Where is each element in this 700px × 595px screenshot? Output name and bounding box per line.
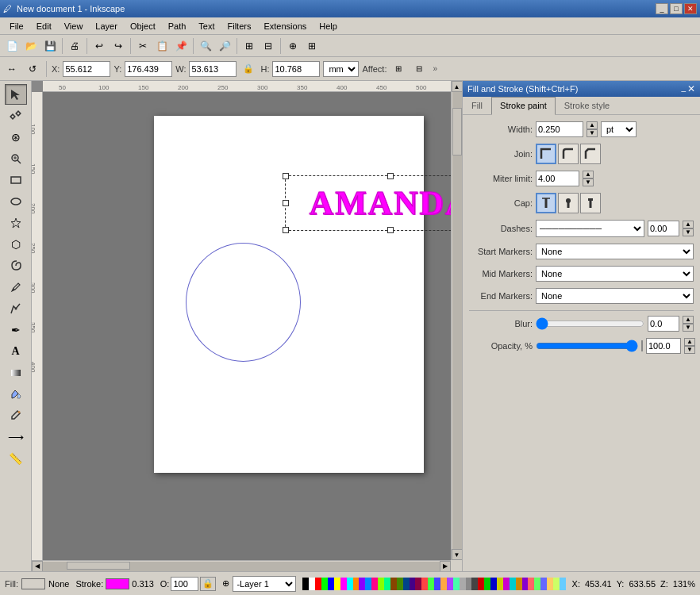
palette-color-swatch[interactable] (421, 578, 428, 590)
transform-select-btn[interactable]: ↔ (3, 60, 21, 78)
amanda-text-group[interactable]: AMANDA (285, 175, 451, 231)
zoom-out-button[interactable]: 🔎 (216, 37, 233, 55)
dash-spin-up[interactable]: ▲ (683, 221, 694, 228)
palette-color-swatch[interactable] (328, 578, 334, 590)
cap-square-btn[interactable] (580, 193, 601, 213)
calligraphy-tool-btn[interactable]: ✒ (5, 320, 27, 340)
palette-color-swatch[interactable] (522, 578, 529, 590)
maximize-button[interactable]: □ (670, 3, 683, 14)
y-input[interactable] (125, 61, 172, 77)
affect-btn-1[interactable]: ⊞ (390, 60, 407, 78)
miter-input[interactable] (536, 171, 579, 186)
print-button[interactable]: 🖨 (66, 37, 83, 55)
palette-color-swatch[interactable] (547, 578, 553, 590)
menu-file[interactable]: File (3, 20, 30, 33)
width-spin-up[interactable]: ▲ (587, 121, 598, 129)
palette-color-swatch[interactable] (497, 578, 503, 590)
palette-color-swatch[interactable] (503, 578, 510, 590)
palette-color-swatch[interactable] (540, 578, 547, 590)
menu-path[interactable]: Path (162, 20, 193, 33)
menu-text[interactable]: Text (192, 20, 221, 33)
palette-color-swatch[interactable] (384, 578, 390, 590)
miter-spin-up[interactable]: ▲ (583, 171, 594, 178)
dash-pattern-select[interactable]: ────────── - - - - - - · · · · · · -·-·-… (536, 220, 644, 237)
end-markers-select[interactable]: None Arrow Circle (536, 288, 694, 304)
palette-color-swatch[interactable] (440, 578, 447, 590)
panel-close-btn[interactable]: ✕ (687, 83, 695, 94)
scroll-left-button[interactable]: ◀ (32, 561, 43, 572)
palette-color-swatch[interactable] (390, 578, 397, 590)
palette-color-swatch[interactable] (403, 578, 410, 590)
palette-color-swatch[interactable] (447, 578, 453, 590)
menu-view[interactable]: View (58, 20, 90, 33)
zoom-tool-btn[interactable] (5, 148, 27, 169)
stroke-style-tab[interactable]: Stroke style (556, 97, 618, 114)
menu-extensions[interactable]: Extensions (257, 20, 313, 33)
zoom-in-button[interactable]: 🔍 (197, 37, 214, 55)
spiral-tool-btn[interactable] (5, 255, 27, 276)
scroll-h-thumb[interactable] (67, 562, 130, 570)
copy-button[interactable]: 📋 (153, 37, 171, 55)
cut-button[interactable]: ✂ (134, 37, 152, 55)
expand-button[interactable]: » (431, 64, 439, 73)
scroll-right-button[interactable]: ▶ (440, 561, 451, 572)
lock-proportions-btn[interactable]: 🔒 (240, 60, 257, 78)
palette-color-swatch[interactable] (471, 578, 478, 590)
opacity-checkbox[interactable] (641, 340, 643, 351)
start-markers-select[interactable]: None Arrow Circle (536, 244, 694, 259)
save-button[interactable]: 💾 (41, 37, 59, 55)
pencil-tool-btn[interactable] (5, 277, 27, 298)
join-miter-btn[interactable] (536, 144, 556, 164)
undo-button[interactable]: ↩ (90, 37, 108, 55)
vertical-scrollbar[interactable]: ▲ ▼ (451, 81, 462, 560)
scroll-up-button[interactable]: ▲ (452, 81, 463, 92)
connector-tool-btn[interactable]: ⟶ (5, 427, 27, 447)
blur-slider[interactable] (536, 318, 644, 329)
menu-layer[interactable]: Layer (89, 20, 124, 33)
palette-color-swatch[interactable] (460, 578, 466, 590)
blur-spin-up[interactable]: ▲ (683, 316, 694, 324)
horizontal-scrollbar[interactable]: ◀ ▶ (32, 560, 451, 571)
opacity-status-input[interactable] (171, 577, 198, 591)
palette-color-swatch[interactable] (415, 578, 421, 590)
palette-color-swatch[interactable] (365, 578, 371, 590)
minimize-button[interactable]: _ (656, 3, 668, 14)
paste-button[interactable]: 📌 (172, 37, 190, 55)
palette-color-swatch[interactable] (359, 578, 365, 590)
scroll-down-button[interactable]: ▼ (452, 549, 463, 560)
palette-color-swatch[interactable] (434, 578, 440, 590)
3d-tool-btn[interactable]: ⬡ (5, 234, 27, 255)
palette-color-swatch[interactable] (484, 578, 490, 590)
palette-color-swatch[interactable] (516, 578, 522, 590)
palette-color-swatch[interactable] (478, 578, 484, 590)
mid-markers-select[interactable]: None Arrow Circle (536, 266, 694, 282)
new-button[interactable]: 📄 (3, 37, 21, 55)
palette-color-swatch[interactable] (302, 578, 309, 590)
blur-value-input[interactable] (648, 316, 679, 332)
palette-color-swatch[interactable] (397, 578, 403, 590)
fill-tool-btn[interactable] (5, 384, 27, 405)
group-button[interactable]: ⊞ (240, 37, 258, 55)
cap-butt-btn[interactable] (536, 193, 556, 213)
affect-btn-2[interactable]: ⊟ (410, 60, 428, 78)
stroke-paint-tab[interactable]: Stroke paint (491, 97, 556, 115)
opacity-spin-up[interactable]: ▲ (684, 338, 695, 346)
fill-color-box[interactable] (21, 578, 45, 589)
join-round-btn[interactable] (558, 144, 579, 164)
node-tool-btn[interactable] (5, 106, 27, 126)
pen-tool-btn[interactable] (5, 298, 27, 319)
measure-tool-btn[interactable]: 📏 (5, 448, 27, 469)
palette-color-swatch[interactable] (340, 578, 347, 590)
circle-object[interactable] (186, 243, 301, 362)
rect-tool-btn[interactable] (5, 170, 27, 190)
scroll-v-thumb[interactable] (452, 108, 462, 155)
h-input[interactable] (272, 61, 320, 77)
layer-select[interactable]: -Layer 1 (233, 576, 296, 592)
scroll-v-track[interactable] (452, 92, 462, 549)
palette-color-swatch[interactable] (560, 578, 566, 590)
snap-button[interactable]: ⊕ (284, 37, 302, 55)
panel-minimize-btn[interactable]: _ (681, 83, 686, 94)
snap-grid-button[interactable]: ⊞ (303, 37, 321, 55)
scroll-h-track[interactable] (43, 562, 440, 571)
tweak-tool-btn[interactable]: ⊛ (5, 127, 27, 148)
